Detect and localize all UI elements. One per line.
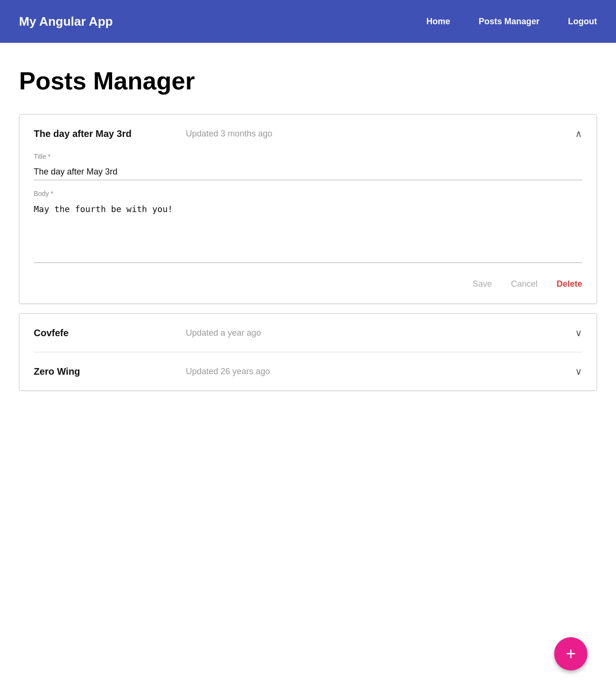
fab-plus-icon: + xyxy=(566,644,576,664)
chevron-down-icon-3: ∨ xyxy=(575,366,582,377)
chevron-down-icon-2: ∨ xyxy=(575,327,582,339)
nav-logout[interactable]: Logout xyxy=(568,17,597,27)
page-title: Posts Manager xyxy=(19,67,597,95)
title-input[interactable] xyxy=(34,164,582,180)
post-header-2[interactable]: Covfefe Updated a year ago ∨ xyxy=(19,314,597,352)
title-field-group: Title * xyxy=(34,153,582,180)
delete-button[interactable]: Delete xyxy=(557,279,582,289)
post-card-2: Covfefe Updated a year ago ∨ Zero Wing U… xyxy=(19,313,597,391)
post-card-1: The day after May 3rd Updated 3 months a… xyxy=(19,114,597,304)
post-expanded-1: Title * Body * May the fourth be with yo… xyxy=(19,153,597,303)
nav-posts-manager[interactable]: Posts Manager xyxy=(479,17,539,27)
post-header-1[interactable]: The day after May 3rd Updated 3 months a… xyxy=(19,115,597,153)
post-updated-2: Updated a year ago xyxy=(186,328,575,338)
navbar-brand[interactable]: My Angular App xyxy=(19,14,113,29)
post-title-2: Covfefe xyxy=(34,328,167,339)
main-content: Posts Manager The day after May 3rd Upda… xyxy=(0,43,616,699)
navbar: My Angular App Home Posts Manager Logout xyxy=(0,0,616,43)
chevron-up-icon: ∧ xyxy=(575,128,582,139)
form-actions: Save Cancel Delete xyxy=(34,274,582,289)
post-updated-1: Updated 3 months ago xyxy=(186,129,575,139)
title-label: Title * xyxy=(34,153,582,160)
post-title-1: The day after May 3rd xyxy=(34,128,167,139)
body-field-group: Body * May the fourth be with you! xyxy=(34,190,582,265)
cancel-button[interactable]: Cancel xyxy=(511,279,538,289)
body-label: Body * xyxy=(34,190,582,197)
body-textarea[interactable]: May the fourth be with you! xyxy=(34,201,582,263)
add-post-fab[interactable]: + xyxy=(554,637,587,670)
navbar-links: Home Posts Manager Logout xyxy=(426,17,597,27)
post-updated-3: Updated 26 years ago xyxy=(186,367,575,377)
nav-home[interactable]: Home xyxy=(426,17,450,27)
save-button[interactable]: Save xyxy=(472,279,492,289)
post-header-3[interactable]: Zero Wing Updated 26 years ago ∨ xyxy=(19,352,597,390)
post-title-3: Zero Wing xyxy=(34,366,167,377)
